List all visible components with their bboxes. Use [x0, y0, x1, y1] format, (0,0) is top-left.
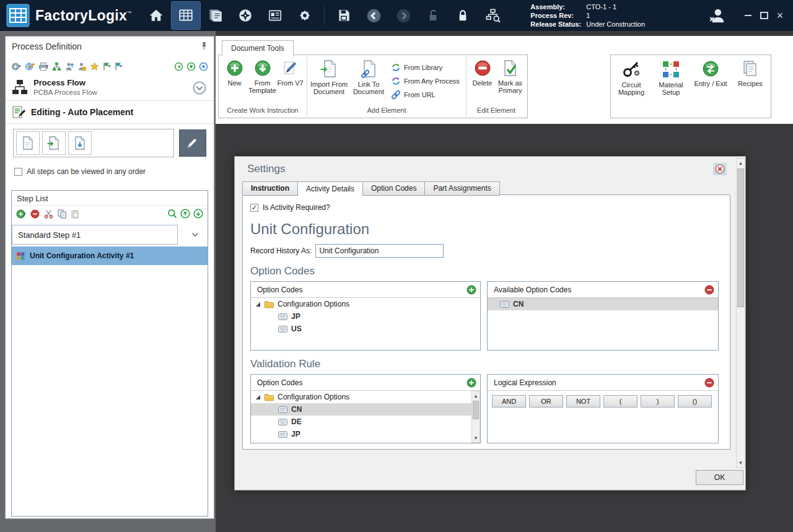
- remove-step-button[interactable]: [30, 209, 40, 219]
- new-document-button[interactable]: [16, 131, 40, 155]
- process-tree-button[interactable]: [52, 62, 61, 71]
- not-button[interactable]: NOT: [566, 395, 600, 408]
- tree-node-configuration-options[interactable]: Configuration Options: [251, 298, 480, 310]
- tab-part-assignments[interactable]: Part Assignments: [424, 181, 499, 196]
- layers-button[interactable]: [201, 2, 230, 29]
- scroll-down-button[interactable]: ▼: [472, 434, 480, 442]
- pin-button[interactable]: [200, 41, 208, 50]
- navigator-button[interactable]: [231, 2, 260, 29]
- from-url-button[interactable]: From URL: [391, 90, 460, 100]
- new-instruction-button[interactable]: New: [221, 58, 248, 107]
- from-template-button[interactable]: From Template: [248, 58, 276, 107]
- process-search-button[interactable]: [478, 2, 507, 29]
- from-any-process-button[interactable]: From Any Process: [391, 76, 460, 86]
- process-definition-button[interactable]: [172, 2, 200, 29]
- scroll-thumb[interactable]: [473, 401, 479, 419]
- dialog-close-button[interactable]: [713, 163, 727, 175]
- news-button[interactable]: [261, 2, 289, 29]
- lock-button[interactable]: [449, 2, 477, 29]
- cut-step-button[interactable]: [44, 209, 53, 219]
- tree-expanded-icon[interactable]: [256, 395, 260, 399]
- maximize-button[interactable]: [756, 7, 772, 24]
- tab-activity-details[interactable]: Activity Details: [297, 181, 363, 196]
- from-v7-button[interactable]: From V7: [276, 58, 304, 107]
- remove-option-code-button[interactable]: [704, 285, 714, 295]
- editing-label: Editing - Auto Placement: [31, 107, 133, 117]
- play-button[interactable]: [174, 62, 183, 71]
- entry-exit-button[interactable]: Entry / Exit: [691, 55, 730, 118]
- remove-from-expression-button[interactable]: [704, 378, 714, 388]
- tree-expanded-icon[interactable]: [256, 302, 260, 307]
- open-paren-button[interactable]: (: [603, 395, 637, 408]
- settings-button[interactable]: [291, 2, 319, 29]
- certify-user-button[interactable]: [77, 62, 86, 71]
- recipes-button[interactable]: Recipes: [731, 55, 769, 118]
- scroll-thumb[interactable]: [737, 168, 744, 307]
- add-process-button[interactable]: ▾: [11, 62, 21, 71]
- forward-button[interactable]: [389, 2, 418, 29]
- delete-element-button[interactable]: Delete: [468, 58, 496, 107]
- release-status-label: Release Status:: [530, 20, 586, 28]
- add-to-expression-button[interactable]: [467, 378, 476, 388]
- scroll-down-button[interactable]: ▼: [737, 458, 745, 467]
- flag-teal-button[interactable]: ▾: [115, 62, 123, 71]
- assign-user-button[interactable]: [65, 62, 74, 71]
- validation-tree-scrollbar[interactable]: ▲ ▼: [471, 391, 480, 443]
- and-button[interactable]: AND: [492, 395, 526, 408]
- back-button[interactable]: [359, 2, 388, 29]
- dialog-scrollbar[interactable]: ▲ ▼: [736, 158, 745, 468]
- tab-instruction[interactable]: Instruction: [242, 181, 298, 196]
- home-button[interactable]: [142, 2, 170, 29]
- available-item-cn[interactable]: CN: [488, 298, 718, 310]
- tree-node-jp[interactable]: JP: [251, 310, 480, 323]
- zoom-steps-button[interactable]: [167, 209, 177, 219]
- material-setup-button[interactable]: Material Setup: [652, 55, 690, 118]
- tree-node-jp[interactable]: JP: [251, 428, 471, 440]
- logout-user-button[interactable]: [703, 2, 731, 29]
- paste-step-button[interactable]: [71, 209, 79, 219]
- view-order-checkbox[interactable]: All steps can be viewed in any order: [14, 167, 214, 176]
- tree-node-de[interactable]: DE: [251, 416, 471, 428]
- paren-pair-button[interactable]: (): [678, 395, 712, 408]
- stop-button[interactable]: [186, 62, 196, 71]
- template-document-button[interactable]: [68, 131, 92, 155]
- scroll-up-button[interactable]: ▲: [472, 391, 480, 400]
- tab-option-codes[interactable]: Option Codes: [362, 181, 425, 196]
- unlock-button[interactable]: [419, 2, 447, 29]
- web-edit-button[interactable]: [25, 61, 35, 71]
- tree-node-configuration-options[interactable]: Configuration Options: [251, 391, 471, 403]
- process-flow-row[interactable]: Process Flow PCBA Process Flow: [6, 74, 214, 101]
- scroll-up-button[interactable]: ▲: [737, 159, 745, 167]
- close-paren-button[interactable]: ): [641, 395, 675, 408]
- import-document-button[interactable]: [42, 131, 66, 155]
- move-step-down-button[interactable]: [193, 209, 203, 219]
- ok-button[interactable]: OK: [696, 470, 743, 485]
- step-name-combo[interactable]: Standard Step #1: [12, 225, 178, 245]
- move-step-up-button[interactable]: [180, 209, 190, 219]
- link-to-document-button[interactable]: Link To Document: [349, 58, 388, 107]
- edit-instruction-button[interactable]: [179, 129, 206, 157]
- mark-as-primary-button[interactable]: Mark as Primary: [496, 58, 524, 107]
- collapse-button[interactable]: [193, 81, 206, 95]
- copy-step-button[interactable]: [58, 209, 66, 219]
- minimize-button[interactable]: [740, 7, 756, 24]
- is-activity-required-checkbox[interactable]: ✓ Is Activity Required?: [250, 203, 730, 212]
- close-window-button[interactable]: ×: [772, 7, 788, 24]
- star-button[interactable]: [90, 62, 99, 71]
- record-button[interactable]: [199, 62, 208, 71]
- or-button[interactable]: OR: [529, 395, 563, 408]
- add-step-button[interactable]: ▾: [16, 209, 26, 219]
- circuit-mapping-button[interactable]: Circuit Mapping: [612, 55, 651, 118]
- tree-node-us[interactable]: US: [251, 323, 480, 335]
- add-option-code-button[interactable]: [467, 285, 476, 295]
- activity-list-item-selected[interactable]: Unit Configuration Activity #1: [12, 246, 208, 265]
- import-from-document-button[interactable]: Import From Document: [309, 58, 349, 107]
- from-library-button[interactable]: From Library: [391, 63, 460, 72]
- tree-node-cn-selected[interactable]: CN: [251, 403, 471, 416]
- print-button[interactable]: ▾: [38, 62, 49, 71]
- record-history-input[interactable]: [315, 244, 444, 258]
- flag-green-button[interactable]: ▾: [103, 62, 111, 71]
- step-expand-chevron[interactable]: [191, 232, 199, 237]
- tab-document-tools[interactable]: Document Tools: [222, 40, 294, 56]
- save-button[interactable]: [330, 2, 358, 29]
